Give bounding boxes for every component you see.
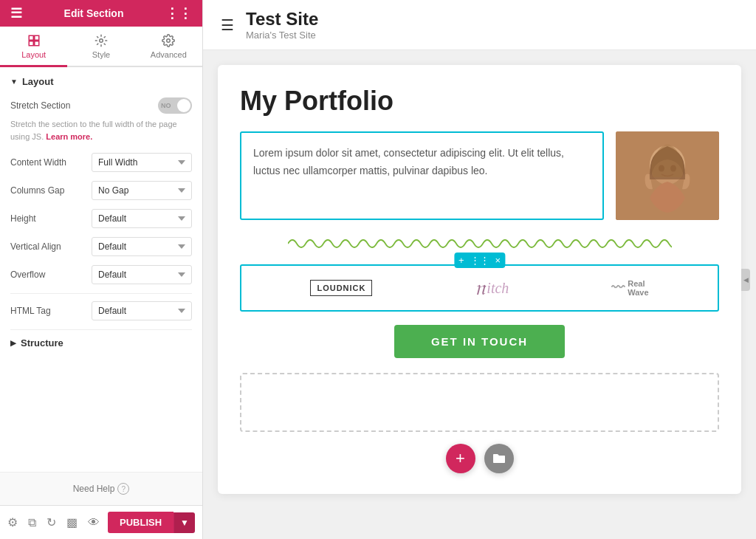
logos-section: + ⋮⋮ × LOUDNICK 𝔫 itch 〰 Real Wave — [240, 264, 719, 312]
stretch-section-label: Stretch Section — [10, 100, 70, 111]
floating-buttons: + — [240, 444, 719, 473]
settings-icon[interactable]: ⚙ — [7, 515, 18, 529]
layout-arrow-icon: ▼ — [10, 78, 18, 86]
stretch-section-row: Stretch Section NO — [10, 97, 192, 114]
svg-rect-3 — [34, 41, 38, 46]
tab-style[interactable]: Style — [67, 27, 134, 67]
learn-more-link[interactable]: Learn more. — [46, 132, 92, 141]
columns-gap-select[interactable]: No Gap Narrow Default Wide — [92, 181, 192, 200]
need-help-label: Need Help — [73, 484, 115, 494]
site-title: Test Site — [246, 9, 318, 30]
html-tag-label: HTML Tag — [10, 306, 92, 316]
vertical-align-select[interactable]: Default Top Middle Bottom — [92, 237, 192, 256]
svg-rect-1 — [34, 35, 38, 40]
layout-section-header[interactable]: ▼ Layout — [10, 76, 192, 87]
sidebar: ☰ Edit Section ⋮⋮ Layout Style Advanced … — [0, 0, 203, 539]
sidebar-header: ☰ Edit Section ⋮⋮ — [0, 0, 202, 27]
structure-section-header[interactable]: ▶ Structure — [10, 337, 192, 349]
svg-rect-0 — [29, 35, 33, 40]
sidebar-tabs: Layout Style Advanced — [0, 27, 202, 67]
content-width-label: Content Width — [10, 157, 92, 168]
site-header-bar: ☰ Test Site Maria's Test Site — [203, 0, 756, 50]
grid-icon[interactable]: ⋮⋮ — [165, 5, 192, 21]
html-tag-row: HTML Tag Default div header footer secti… — [10, 301, 192, 320]
site-menu-icon[interactable]: ☰ — [221, 18, 234, 32]
sidebar-body: ▼ Layout Stretch Section NO Stretch the … — [0, 67, 202, 472]
content-width-select[interactable]: Full Width Boxed — [92, 153, 192, 172]
toolbar-drag-icon[interactable]: ⋮⋮ — [470, 255, 489, 266]
device-icon[interactable]: ▩ — [66, 515, 78, 529]
collapse-handle[interactable]: ◀ — [741, 269, 750, 291]
section-toolbar: + ⋮⋮ × — [454, 253, 505, 268]
toolbar-add-icon[interactable]: + — [458, 255, 464, 266]
structure-arrow-icon: ▶ — [10, 339, 16, 347]
publish-button[interactable]: PUBLISH — [108, 512, 173, 533]
text-box: Lorem ipsum dolor sit amet, consectetur … — [240, 131, 604, 220]
tab-advanced[interactable]: Advanced — [135, 27, 202, 67]
get-in-touch-button[interactable]: GET IN TOUCH — [394, 325, 565, 358]
stretch-section-toggle[interactable]: NO — [158, 97, 192, 114]
history-icon[interactable]: ↻ — [47, 515, 56, 529]
body-text: Lorem ipsum dolor sit amet, consectetur … — [253, 147, 564, 176]
dashed-placeholder — [240, 373, 719, 432]
overflow-row: Overflow Default Hidden — [10, 265, 192, 284]
cta-row: GET IN TOUCH — [240, 325, 719, 358]
svg-point-4 — [100, 39, 103, 43]
toggle-knob — [177, 99, 190, 112]
svg-rect-2 — [29, 41, 33, 46]
columns-gap-label: Columns Gap — [10, 185, 92, 196]
folder-button[interactable] — [484, 444, 514, 473]
sidebar-footer: Need Help ? — [0, 472, 202, 505]
publish-dropdown-button[interactable]: ▼ — [173, 512, 195, 533]
toggle-no-label: NO — [161, 102, 171, 109]
overflow-select[interactable]: Default Hidden — [92, 265, 192, 284]
tab-layout[interactable]: Layout — [0, 27, 67, 67]
height-select[interactable]: Default Min Height Fit to Screen — [92, 209, 192, 228]
divider-2 — [10, 329, 192, 330]
stretch-hint: Stretch the section to the full width of… — [10, 118, 192, 143]
help-icon[interactable]: ? — [117, 483, 129, 495]
two-col-section: Lorem ipsum dolor sit amet, consectetur … — [240, 131, 719, 220]
site-subtitle: Maria's Test Site — [246, 30, 318, 41]
columns-gap-row: Columns Gap No Gap Narrow Default Wide — [10, 181, 192, 200]
sidebar-title: Edit Section — [64, 7, 124, 19]
logo-loudnick: LOUDNICK — [310, 280, 372, 296]
need-help-row: Need Help ? — [73, 483, 130, 495]
tab-advanced-label: Advanced — [151, 50, 187, 59]
wave-icon: 〰 — [611, 281, 625, 296]
structure-heading: Structure — [21, 337, 63, 349]
height-row: Height Default Min Height Fit to Screen — [10, 209, 192, 228]
content-width-row: Content Width Full Width Boxed — [10, 153, 192, 172]
toolbar-close-icon[interactable]: × — [495, 255, 501, 266]
html-tag-select[interactable]: Default div header footer section — [92, 301, 192, 320]
pitch-p-icon: 𝔫 — [475, 278, 485, 298]
height-label: Height — [10, 213, 92, 224]
divider-1 — [10, 293, 192, 294]
portrait-image — [616, 131, 719, 220]
bottom-bar: ⚙ ⧉ ↻ ▩ 👁 PUBLISH ▼ — [0, 505, 202, 539]
tab-layout-label: Layout — [21, 50, 46, 59]
layout-heading: Layout — [22, 76, 54, 87]
portfolio-title: My Portfolio — [240, 86, 719, 117]
bottom-bar-icons: ⚙ ⧉ ↻ ▩ 👁 — [7, 515, 100, 529]
svg-point-5 — [167, 39, 171, 43]
site-title-block: Test Site Maria's Test Site — [246, 9, 318, 41]
logo-realwave: 〰 Real Wave — [611, 279, 648, 297]
layers-icon[interactable]: ⧉ — [28, 516, 36, 529]
vertical-align-row: Vertical Align Default Top Middle Bottom — [10, 237, 192, 256]
hamburger-icon[interactable]: ☰ — [10, 5, 22, 21]
logo-pitch: 𝔫 itch — [475, 278, 509, 298]
publish-group: PUBLISH ▼ — [108, 512, 195, 533]
add-element-button[interactable]: + — [446, 444, 475, 473]
vertical-align-label: Vertical Align — [10, 241, 92, 252]
preview-icon[interactable]: 👁 — [88, 516, 100, 529]
canvas: My Portfolio Lorem ipsum dolor sit amet,… — [218, 65, 741, 494]
overflow-label: Overflow — [10, 270, 92, 280]
main-content: ☰ Test Site Maria's Test Site My Portfol… — [203, 0, 756, 539]
tab-style-label: Style — [92, 50, 110, 59]
